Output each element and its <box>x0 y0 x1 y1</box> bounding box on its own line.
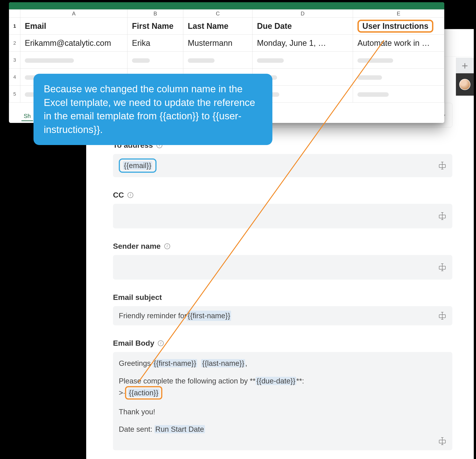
action-line-suffix: **: <box>296 377 304 385</box>
date-sent-label: Date sent: <box>119 425 154 433</box>
first-name-token: {{first-name}} <box>153 359 197 367</box>
info-icon[interactable]: i <box>164 243 170 249</box>
app-sidebar <box>456 73 474 96</box>
to-address-field[interactable]: {{email}} <box>113 154 452 177</box>
action-token: {{action}} <box>128 388 159 397</box>
insert-field-icon[interactable] <box>438 163 447 168</box>
email-subject-label: Email subject <box>113 293 452 302</box>
instruction-callout: Because we changed the column name in th… <box>34 74 272 145</box>
col-D[interactable]: D <box>253 10 353 18</box>
sender-name-label: Sender name i <box>113 242 452 250</box>
header-user-instructions[interactable]: User Instructions <box>353 18 444 35</box>
column-letters-row: A B C D E <box>9 10 444 18</box>
body-greeting: Greetings <box>119 359 153 367</box>
action-token-highlight: {{action}} <box>125 386 162 399</box>
new-tab-button[interactable]: ＋ <box>456 58 474 73</box>
col-C[interactable]: C <box>183 10 253 18</box>
cell-last-name[interactable]: Mustermann <box>183 35 253 52</box>
bullet-prefix: >· <box>119 388 125 397</box>
insert-field-icon[interactable] <box>438 313 447 319</box>
cell-user-instructions[interactable]: Automate work in … <box>353 35 444 52</box>
run-start-date-token: Run Start Date <box>154 425 205 433</box>
email-token: {{email}} <box>123 161 152 170</box>
body-greeting-suffix: , <box>245 359 247 367</box>
body-thanks: Thank you! <box>119 407 447 417</box>
subject-prefix: Friendly reminder for <box>119 311 187 321</box>
email-body-label: Email Body i <box>113 339 452 347</box>
header-first-name[interactable]: First Name <box>128 18 183 35</box>
cell-first-name[interactable]: Erika <box>128 35 183 52</box>
email-token-highlight: {{email}} <box>119 159 156 173</box>
header-email[interactable]: Email <box>20 18 128 35</box>
cc-field[interactable] <box>113 204 452 228</box>
action-line-prefix: Please complete the following action by … <box>119 377 256 385</box>
header-due-date[interactable]: Due Date <box>253 18 353 35</box>
excel-titlebar <box>9 2 444 9</box>
user-avatar[interactable] <box>459 79 470 90</box>
insert-field-icon[interactable] <box>438 213 447 219</box>
data-row-2[interactable]: 2 Erikamm@catalytic.com Erika Mustermann… <box>9 35 444 52</box>
due-date-token: {{due-date}} <box>256 377 296 385</box>
col-A[interactable]: A <box>20 10 128 18</box>
email-form: To address i {{email}} CC i Sender <box>113 103 452 450</box>
col-B[interactable]: B <box>128 10 183 18</box>
first-name-token: {{first-name}} <box>187 311 231 321</box>
header-last-name[interactable]: Last Name <box>183 18 253 35</box>
sender-name-field[interactable] <box>113 255 452 280</box>
info-icon[interactable]: i <box>128 192 133 198</box>
cell-due-date[interactable]: Monday, June 1, … <box>253 35 353 52</box>
insert-field-icon[interactable] <box>438 264 447 270</box>
email-subject-field[interactable]: Friendly reminder for {{first-name}} <box>113 306 452 325</box>
last-name-token: {{last-name}} <box>201 359 245 367</box>
cell-email[interactable]: Erikamm@catalytic.com <box>20 35 128 52</box>
insert-field-icon[interactable] <box>438 438 447 444</box>
info-icon[interactable]: i <box>158 340 164 346</box>
plus-icon: ＋ <box>460 59 470 72</box>
email-body-field[interactable]: Greetings {{first-name}} {{last-name}}, … <box>113 352 452 450</box>
header-row[interactable]: 1 Email First Name Last Name Due Date Us… <box>9 18 444 35</box>
user-instructions-highlight: User Instructions <box>357 20 433 33</box>
data-row-3[interactable]: 3 <box>9 52 444 69</box>
cc-label: CC i <box>113 191 452 199</box>
col-E[interactable]: E <box>353 10 444 18</box>
sheet-tab[interactable]: Sh <box>21 112 33 121</box>
